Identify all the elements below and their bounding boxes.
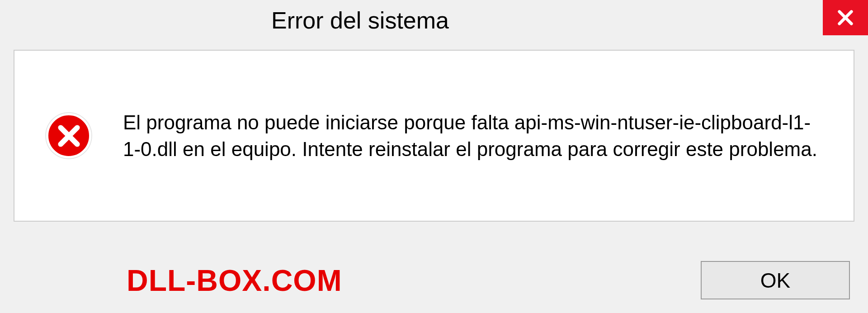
close-button[interactable] [823,0,868,35]
error-message: El programa no puede iniciarse porque fa… [123,109,824,163]
titlebar: Error del sistema [0,0,868,41]
dialog-title: Error del sistema [271,7,449,34]
content-panel: El programa no puede iniciarse porque fa… [14,50,854,222]
watermark-text: DLL-BOX.COM [127,263,342,298]
footer: DLL-BOX.COM OK [0,261,868,299]
ok-button[interactable]: OK [701,261,850,299]
close-icon [836,9,854,27]
error-dialog-window: Error del sistema El programa no puede i… [0,0,868,313]
error-icon [46,113,91,158]
error-x-icon [57,123,81,148]
